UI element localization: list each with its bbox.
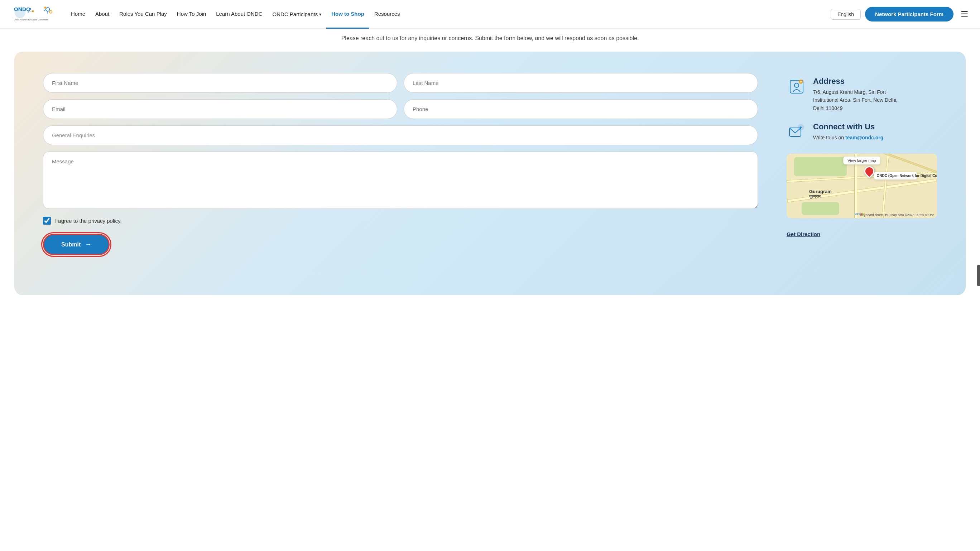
nav-about[interactable]: About [90, 0, 114, 29]
nav-roles[interactable]: Roles You Can Play [114, 0, 172, 29]
navbar: ONDC Open Network for Digital Commerce H… [0, 0, 980, 29]
address-text: Address 7/6, August Kranti Marg, Siri Fo… [813, 76, 897, 112]
map-city-label: Gurugram गुरुग्राम [809, 189, 832, 199]
contact-form: General Enquiries Technical Support Part… [43, 73, 758, 255]
map-green-area-2 [802, 202, 839, 215]
svg-line-7 [49, 9, 50, 10]
language-button[interactable]: English [830, 9, 861, 20]
message-textarea[interactable] [43, 151, 758, 209]
svg-point-3 [49, 10, 52, 13]
connect-text: Connect with Us Write to us on team@ondc… [813, 122, 883, 142]
map-pin [864, 166, 874, 176]
submit-button[interactable]: Submit → [43, 234, 110, 255]
network-participants-form-button[interactable]: Network Participants Form [865, 7, 953, 21]
nav-resources[interactable]: Resources [369, 0, 405, 29]
map-google-logo: Goo g l e [854, 210, 869, 217]
address-icon [787, 76, 807, 97]
connect-icon [787, 122, 807, 142]
svg-point-4 [45, 6, 46, 8]
svg-line-6 [44, 9, 46, 11]
svg-point-15 [794, 83, 799, 88]
svg-point-2 [46, 8, 49, 11]
phone-input[interactable] [404, 99, 758, 119]
connect-block: Connect with Us Write to us on team@ondc… [787, 122, 937, 142]
last-name-input[interactable] [404, 73, 758, 93]
participants-chevron-icon: ▾ [319, 12, 321, 17]
nav-how-to-join[interactable]: How To Join [172, 0, 211, 29]
get-direction-link[interactable]: Get Direction [787, 231, 937, 237]
nav-home[interactable]: Home [66, 0, 90, 29]
main-container: General Enquiries Technical Support Part… [14, 52, 966, 295]
svg-text:l: l [862, 212, 863, 215]
email-input[interactable] [43, 99, 397, 119]
nav-learn[interactable]: Learn About ONDC [211, 0, 267, 29]
nav-participants[interactable]: ONDC Participants ▾ [267, 0, 327, 29]
svg-text:Goo: Goo [854, 212, 861, 215]
address-block: Address 7/6, August Kranti Marg, Siri Fo… [787, 76, 937, 112]
first-name-input[interactable] [43, 73, 397, 93]
page-subtitle: Please reach out to us for any inquiries… [0, 29, 980, 45]
privacy-row: I agree to the privacy policy. [43, 217, 758, 225]
map-inner: Gurugram गुरुग्राम ONDC (Open Network fo… [787, 154, 937, 218]
hamburger-menu-button[interactable]: ☰ [961, 9, 969, 19]
ondc-logo: ONDC Open Network for Digital Commerce [11, 5, 54, 24]
hamburger-icon: ☰ [961, 9, 969, 19]
scrollbar[interactable] [977, 265, 980, 286]
contact-row [43, 99, 758, 119]
svg-line-11 [30, 9, 33, 11]
nav-how-to-shop[interactable]: How to Shop [326, 0, 369, 29]
svg-text:e: e [863, 212, 865, 215]
svg-text:Open Network for Digital Comme: Open Network for Digital Commerce [14, 19, 49, 21]
map-green-area-1 [794, 157, 847, 176]
nav-links: Home About Roles You Can Play How To Joi… [66, 0, 830, 29]
enquiry-select[interactable]: General Enquiries Technical Support Part… [43, 126, 758, 145]
submit-btn-wrap: Submit → [43, 234, 758, 255]
name-row [43, 73, 758, 93]
map-footer-text: Keyboard shortcuts | Map data ©2023 Term… [860, 213, 934, 217]
map-location-label: ONDC (Open Network for Digital Commerce) [874, 172, 917, 180]
content-grid: General Enquiries Technical Support Part… [43, 73, 937, 255]
privacy-checkbox[interactable] [43, 217, 51, 225]
privacy-label: I agree to the privacy policy. [55, 218, 122, 224]
nav-right: English Network Participants Form ☰ [830, 7, 969, 21]
map-container: Gurugram गुरुग्राम ONDC (Open Network fo… [787, 154, 937, 218]
submit-label: Submit [61, 242, 81, 248]
map-view-larger-link[interactable]: View larger map [843, 156, 880, 164]
email-link[interactable]: team@ondc.org [845, 135, 883, 140]
contact-info: Address 7/6, August Kranti Marg, Siri Fo… [787, 73, 937, 237]
submit-arrow-icon: → [85, 241, 91, 248]
logo-link[interactable]: ONDC Open Network for Digital Commerce [11, 5, 54, 24]
